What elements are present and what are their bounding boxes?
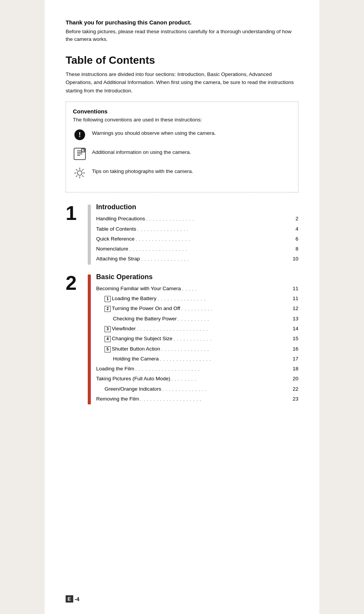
toc-entry-holding: Holding the Camera . . . . . . . . . . .…: [96, 354, 298, 364]
toc-page: 4: [295, 225, 298, 234]
toc-page: 11: [293, 284, 298, 293]
toc-page: 11: [293, 294, 298, 303]
badge-3: 3: [105, 326, 111, 332]
info-icon: ↗: [73, 147, 87, 161]
toc-page: 23: [293, 394, 298, 404]
toc-page: 14: [293, 324, 298, 333]
toc-entry-full-auto: Taking Pictures (Full Auto Mode) . . . .…: [96, 374, 298, 383]
svg-line-16: [82, 169, 84, 171]
page: Thank you for purchasing this Canon prod…: [45, 0, 319, 614]
toc-page: 17: [293, 354, 298, 364]
convention-info-text: Additional information on using the came…: [92, 147, 191, 156]
intro-header: Thank you for purchasing this Canon prod…: [66, 19, 298, 44]
section-2-bar: [88, 275, 91, 405]
svg-line-14: [76, 169, 77, 171]
toc-entry-subject-size: 4 Changing the Subject Size . . . . . . …: [96, 334, 298, 343]
toc-label: Changing the Subject Size: [112, 334, 172, 343]
toc-label: Removing the Film: [96, 394, 139, 404]
toc-page: 15: [293, 334, 298, 343]
toc-label: Turning the Power On and Off: [112, 304, 180, 313]
svg-rect-5: [77, 154, 82, 154]
conventions-title: Conventions: [73, 108, 291, 115]
svg-line-15: [82, 176, 84, 177]
toc-label: Taking Pictures (Full Auto Mode): [96, 374, 170, 383]
toc-title: Table of Contents: [66, 54, 298, 66]
toc-entry-contents: Table of Contents . . . . . . . . . . . …: [96, 225, 298, 234]
header-bold: Thank you for purchasing this Canon prod…: [66, 19, 298, 26]
conventions-box: Conventions The following conventions ar…: [66, 102, 298, 192]
section-1-bar: [88, 205, 91, 264]
section-introduction: 1 Introduction Handling Precautions . . …: [66, 203, 298, 264]
tips-icon: [73, 166, 87, 180]
convention-info-row: ↗ Additional information on using the ca…: [73, 147, 291, 161]
convention-warning-text: Warnings you should observe when using t…: [92, 128, 216, 137]
section-2-content: Basic Operations Becoming Familiar with …: [96, 273, 298, 405]
conventions-subtitle: The following conventions are used in th…: [73, 117, 291, 123]
toc-label: Becoming Familiar with Your Camera: [96, 284, 181, 293]
toc-entry-battery-check: Checking the Battery Power . . . . . . .…: [96, 314, 298, 323]
toc-intro-text: These instructions are divided into four…: [66, 70, 298, 95]
footer-badge: E: [66, 595, 73, 603]
section-1-title: Introduction: [96, 203, 298, 211]
toc-label: Shutter Button Action: [112, 344, 160, 354]
toc-label: Loading the Battery: [112, 294, 156, 303]
toc-label: Checking the Battery Power: [113, 314, 177, 323]
page-footer: E -4: [66, 595, 79, 603]
toc-page: 18: [293, 364, 298, 373]
footer-number: -4: [75, 596, 79, 602]
toc-label: Green/Orange Indicators: [105, 385, 161, 394]
convention-tips-text: Tips on taking photographs with the came…: [92, 166, 193, 175]
toc-label: Viewfinder: [112, 324, 136, 333]
section-2-title: Basic Operations: [96, 273, 298, 281]
svg-rect-6: [77, 155, 80, 156]
toc-page: 10: [293, 254, 298, 263]
badge-1: 1: [105, 296, 111, 302]
toc-entry-familiar: Becoming Familiar with Your Camera . . .…: [96, 284, 298, 293]
section-1-number: 1: [66, 203, 84, 223]
toc-entry-indicators: Green/Orange Indicators . . . . . . . . …: [96, 385, 298, 394]
badge-5: 5: [105, 346, 111, 352]
toc-entry-battery: 1 Loading the Battery . . . . . . . . . …: [96, 294, 298, 303]
badge-4: 4: [105, 336, 111, 342]
toc-label: Attaching the Strap: [96, 254, 140, 263]
toc-label: Handling Precautions: [96, 214, 145, 223]
toc-page: 6: [295, 234, 298, 244]
toc-entry-power: 2 Turning the Power On and Off . . . . .…: [96, 304, 298, 313]
toc-page: 12: [293, 304, 298, 313]
toc-entry-load-film: Loading the Film . . . . . . . . . . . .…: [96, 364, 298, 373]
toc-page: 22: [293, 385, 298, 394]
toc-entry-handling: Handling Precautions . . . . . . . . . .…: [96, 214, 298, 223]
svg-point-9: [77, 171, 82, 175]
toc-entry-remove-film: Removing the Film . . . . . . . . . . . …: [96, 394, 298, 404]
toc-page: 8: [295, 244, 298, 254]
toc-entry-strap: Attaching the Strap . . . . . . . . . . …: [96, 254, 298, 263]
toc-label: Quick Reference: [96, 234, 135, 244]
section-basic-operations: 2 Basic Operations Becoming Familiar wit…: [66, 273, 298, 405]
toc-entry-shutter: 5 Shutter Button Action . . . . . . . . …: [96, 344, 298, 354]
toc-label: Holding the Camera: [113, 354, 159, 364]
section-1-content: Introduction Handling Precautions . . . …: [96, 203, 298, 264]
badge-2: 2: [105, 306, 111, 312]
section-2-number: 2: [66, 273, 84, 293]
toc-entry-quickref: Quick Reference . . . . . . . . . . . . …: [96, 234, 298, 244]
toc-label: Nomenclature: [96, 244, 128, 254]
svg-line-17: [76, 176, 77, 177]
convention-tips-row: Tips on taking photographs with the came…: [73, 166, 291, 180]
convention-warning-row: ! Warnings you should observe when using…: [73, 128, 291, 142]
toc-entry-viewfinder: 3 Viewfinder . . . . . . . . . . . . . .…: [96, 324, 298, 333]
header-normal: Before taking pictures, please read thes…: [66, 28, 298, 44]
toc-page: 13: [293, 314, 298, 323]
svg-text:↗: ↗: [82, 149, 85, 152]
toc-label: Table of Contents: [96, 225, 136, 234]
toc-entry-nomenclature: Nomenclature . . . . . . . . . . . . . .…: [96, 244, 298, 254]
toc-page: 20: [293, 374, 298, 383]
svg-text:!: !: [79, 131, 81, 139]
warning-icon: !: [73, 128, 87, 142]
toc-page: 16: [293, 344, 298, 354]
toc-page: 2: [295, 214, 298, 223]
toc-label: Loading the Film: [96, 364, 134, 373]
